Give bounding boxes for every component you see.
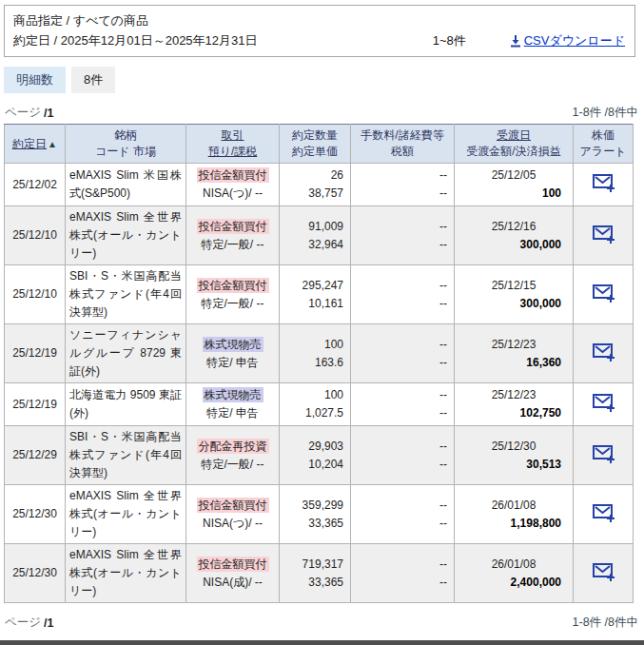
fee-value: --	[355, 386, 447, 404]
account-tax-sort-link[interactable]: 預り/課税	[208, 145, 258, 158]
price-alert-cell	[574, 485, 634, 544]
execution-date-cell: 25/12/10	[5, 265, 66, 324]
envelope-plus-icon	[592, 172, 615, 193]
security-name: eMAXIS Slim 全世界株式(オール・カントリー)	[69, 208, 182, 263]
price-alert-cell	[574, 544, 634, 603]
security-name: eMAXIS Slim 米国株式(S&P500)	[69, 166, 182, 203]
quantity-cell: 91,009 32,964	[280, 206, 351, 265]
delivery-date-sort-link[interactable]: 受渡日	[497, 128, 531, 142]
executed-quantity: 100	[283, 386, 343, 404]
product-filter-label: 商品指定 / すべての商品	[13, 11, 625, 29]
security-name: eMAXIS Slim 全世界株式(オール・カントリー)	[69, 546, 182, 600]
delivery-amount: 300,000	[459, 295, 569, 313]
envelope-plus-icon	[592, 392, 615, 413]
date-range-label: 約定日 / 2025年12月01日～2025年12月31日	[13, 31, 258, 49]
executed-price: 33,365	[283, 515, 343, 533]
delivery-amount: 1,198,800	[459, 515, 569, 533]
price-alert-add-button[interactable]	[590, 500, 617, 525]
envelope-plus-icon	[592, 283, 615, 303]
tax-value: --	[355, 354, 447, 372]
fees-cell: -- --	[351, 164, 455, 206]
page-range-text: 1-8件 /8件中	[573, 105, 638, 121]
delivery-amount: 102,750	[459, 404, 569, 422]
fee-value: --	[355, 336, 447, 354]
price-alert-add-button[interactable]	[590, 340, 617, 364]
header-delivery: 受渡日 受渡金額/決済損益	[455, 125, 574, 164]
quantity-cell: 29,903 10,204	[280, 426, 351, 485]
price-alert-add-button[interactable]	[590, 222, 617, 246]
quantity-cell: 100 163.6	[280, 324, 351, 383]
executed-price: 1,027.5	[283, 404, 343, 422]
table-row: 25/12/19 ソニーフィナンシャルグループ 8729 東証(外) 株式現物売…	[5, 324, 634, 383]
page-number-bottom: /1	[44, 616, 53, 630]
delivery-cell: 26/01/08 1,198,800	[455, 485, 574, 544]
table-row: 25/12/02 eMAXIS Slim 米国株式(S&P500) 投信金額買付…	[5, 164, 634, 206]
tax-value: --	[355, 295, 447, 313]
delivery-cell: 25/12/30 30,513	[455, 426, 574, 485]
price-alert-add-button[interactable]	[590, 441, 617, 466]
header-trade: 取引 預り/課税	[186, 125, 280, 164]
delivery-amount: 30,513	[459, 456, 569, 474]
price-alert-add-button[interactable]	[590, 281, 617, 305]
executed-quantity: 719,317	[283, 556, 343, 574]
execution-date-sort-link[interactable]: 約定日	[12, 137, 47, 150]
execution-date-cell: 25/12/30	[5, 544, 66, 603]
trade-type-badge: 投信金額買付	[197, 278, 269, 293]
fee-value: --	[355, 556, 447, 574]
executed-price: 10,204	[283, 456, 343, 474]
price-alert-cell	[574, 265, 634, 324]
table-row: 25/12/30 eMAXIS Slim 全世界株式(オール・カントリー) 投信…	[5, 485, 634, 544]
account-tax-type: 特定/一般/ --	[190, 295, 275, 313]
envelope-plus-icon	[592, 342, 615, 362]
fees-cell: -- --	[351, 265, 455, 324]
executed-price: 33,365	[283, 574, 343, 592]
security-name: ソニーフィナンシャルグループ 8729 東証(外)	[69, 326, 182, 381]
tax-value: --	[355, 404, 447, 422]
envelope-plus-icon	[592, 443, 615, 464]
trade-type-badge: 投信金額買付	[197, 167, 269, 183]
tax-value: --	[355, 185, 447, 203]
account-tax-type: NISA(つ)/ --	[190, 185, 275, 203]
fees-cell: -- --	[351, 383, 455, 426]
tab-detail-count-label: 明細数	[4, 67, 66, 93]
security-name: SBI・S・米国高配当株式ファンド(年4回決算型)	[69, 428, 182, 482]
delivery-cell: 25/12/05 100	[455, 164, 574, 206]
delivery-amount: 100	[459, 185, 569, 203]
envelope-plus-icon	[592, 502, 615, 523]
delivery-cell: 25/12/16 300,000	[455, 206, 574, 265]
account-tax-type: 特定/一般/ --	[190, 236, 275, 254]
csv-download-label: CSVダウンロード	[524, 31, 625, 49]
header-fees-line1: 手数料/諸経費等	[352, 127, 453, 144]
trade-cell: 投信金額買付 特定/一般/ --	[186, 206, 280, 265]
execution-date-cell: 25/12/10	[5, 206, 66, 265]
execution-date-cell: 25/12/02	[5, 164, 66, 206]
delivery-cell: 26/01/08 2,400,000	[455, 544, 574, 603]
trade-type-badge: 株式現物売	[203, 337, 263, 352]
trade-sort-link[interactable]: 取引	[222, 128, 244, 142]
tax-value: --	[355, 456, 447, 474]
fee-value: --	[355, 277, 447, 295]
table-row: 25/12/30 eMAXIS Slim 全世界株式(オール・カントリー) 投信…	[5, 544, 634, 603]
csv-download-link[interactable]: CSVダウンロード	[510, 31, 625, 49]
price-alert-add-button[interactable]	[590, 390, 617, 415]
quantity-cell: 26 38,757	[280, 164, 351, 206]
header-price-alert: 株価 アラート	[574, 125, 634, 164]
envelope-plus-icon	[592, 561, 615, 582]
price-alert-add-button[interactable]	[590, 559, 617, 584]
trade-cell: 株式現物売 特定/ 申告	[186, 383, 280, 426]
delivery-cell: 25/12/23 16,360	[455, 324, 574, 383]
trade-type-badge: 投信金額買付	[197, 557, 269, 572]
executed-quantity: 100	[283, 336, 343, 354]
header-security: 銘柄 コード 市場	[66, 125, 186, 164]
result-range-count: 1~8件	[433, 31, 466, 49]
table-row: 25/12/10 SBI・S・米国高配当株式ファンド(年4回決算型) 投信金額買…	[5, 265, 634, 324]
table-header-row: 約定日▲ 銘柄 コード 市場 取引 預り/課税 約定数量 約定単価 手数料/諸経…	[5, 125, 634, 164]
envelope-plus-icon	[592, 224, 615, 244]
header-price-alert-line1: 株価	[575, 127, 632, 144]
security-name-cell: ソニーフィナンシャルグループ 8729 東証(外)	[66, 324, 186, 383]
delivery-date: 25/12/23	[459, 386, 569, 404]
tax-value: --	[355, 515, 447, 533]
price-alert-add-button[interactable]	[590, 170, 617, 195]
fees-cell: -- --	[351, 426, 455, 485]
executed-price: 32,964	[283, 236, 343, 254]
